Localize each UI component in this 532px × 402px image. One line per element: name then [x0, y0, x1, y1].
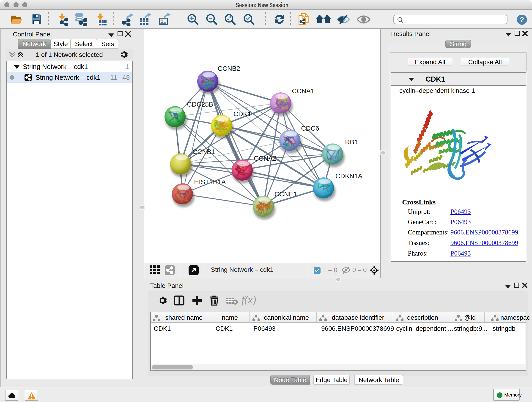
svg-text:CDC6: CDC6 — [301, 125, 319, 132]
svg-text:CCNB1: CCNB1 — [192, 148, 215, 155]
svg-text:CDKN1A: CDKN1A — [336, 172, 362, 180]
svg-text:CCNE1: CCNE1 — [274, 191, 297, 198]
svg-text:CCNB2: CCNB2 — [218, 65, 240, 72]
svg-text:CCNA2: CCNA2 — [254, 155, 276, 162]
svg-text:?: ? — [520, 16, 524, 24]
svg-text:CCNA1: CCNA1 — [292, 87, 314, 95]
svg-text:HIST1H1A: HIST1H1A — [194, 178, 226, 186]
svg-text:RB1: RB1 — [345, 138, 358, 146]
svg-text:CDC25B: CDC25B — [187, 101, 213, 108]
svg-text:CDK1: CDK1 — [234, 110, 251, 118]
